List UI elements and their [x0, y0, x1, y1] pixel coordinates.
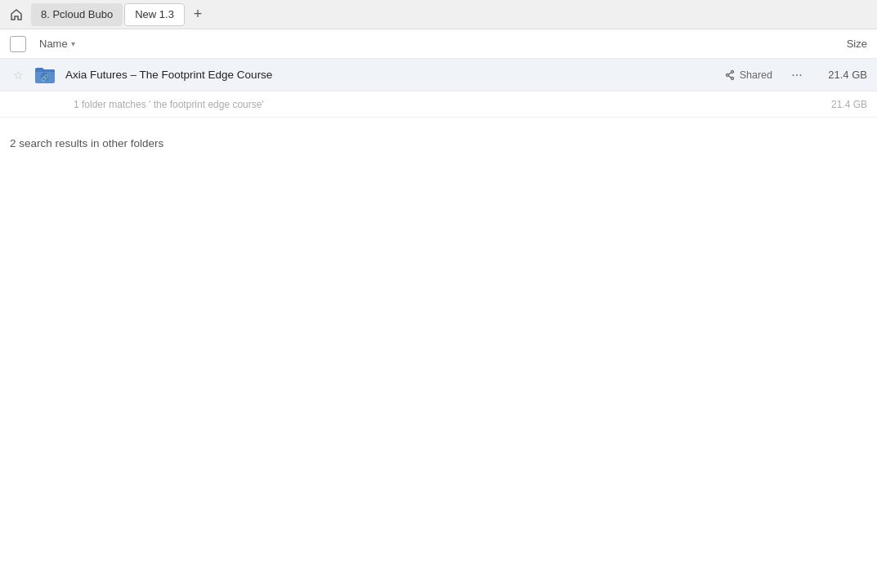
star-icon[interactable]: ☆: [10, 67, 26, 83]
svg-point-4: [726, 74, 728, 76]
tab-label: New 1.3: [135, 8, 174, 20]
tab-new-1-3[interactable]: New 1.3: [124, 3, 185, 26]
svg-point-5: [731, 77, 733, 79]
name-column-header[interactable]: Name ▾: [39, 38, 75, 50]
name-header-label: Name: [39, 38, 68, 50]
shared-label: Shared: [740, 69, 772, 81]
folder-icon: 🔗: [33, 63, 57, 87]
summary-text: 1 folder matches ' the footprint edge co…: [74, 99, 831, 110]
file-name: Axia Futures – The Footprint Edge Course: [65, 69, 724, 81]
summary-row: 1 folder matches ' the footprint edge co…: [0, 91, 877, 118]
home-tab-button[interactable]: [3, 3, 29, 26]
svg-line-7: [728, 75, 731, 77]
tab-bar: 8. Pcloud Bubo New 1.3 +: [0, 0, 877, 29]
more-options-icon[interactable]: ···: [785, 64, 808, 87]
size-column-header: Size: [847, 38, 867, 50]
svg-line-6: [728, 72, 731, 74]
file-size: 21.4 GB: [818, 69, 867, 81]
file-list-item[interactable]: ☆ 🔗 Axia Futures – The Footprint Edge Co…: [0, 59, 877, 91]
add-tab-button[interactable]: +: [186, 3, 209, 26]
other-folders-section: 2 search results in other folders: [0, 118, 877, 159]
summary-size: 21.4 GB: [831, 99, 867, 110]
svg-text:🔗: 🔗: [41, 74, 49, 82]
other-folders-label: 2 search results in other folders: [10, 137, 867, 149]
shared-badge: Shared: [724, 69, 772, 81]
tab-pcloud-bubo[interactable]: 8. Pcloud Bubo: [31, 3, 123, 26]
svg-point-3: [731, 70, 733, 73]
column-header-row: Name ▾ Size: [0, 29, 877, 59]
tab-label: 8. Pcloud Bubo: [41, 8, 113, 20]
sort-chevron-icon: ▾: [71, 39, 75, 48]
select-all-checkbox[interactable]: [10, 36, 26, 52]
